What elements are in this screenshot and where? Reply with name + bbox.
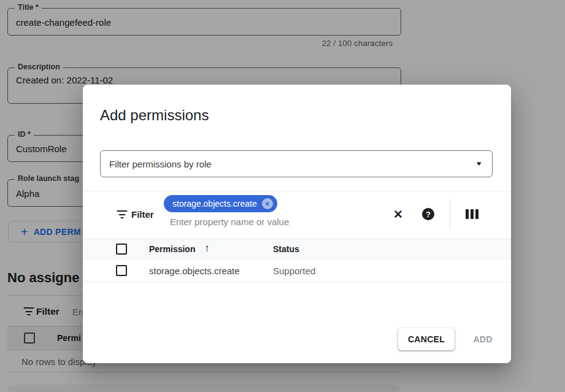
permission-filter-chip-label: storage.objects.create <box>172 199 257 209</box>
row-permission-cell: storage.objects.create <box>149 266 240 276</box>
dialog-title: Add permissions <box>100 107 209 124</box>
clear-filter-icon[interactable]: ✕ <box>391 207 405 221</box>
column-display-options-icon[interactable] <box>466 209 479 219</box>
filter-permissions-by-role-select[interactable]: Filter permissions by role ▼ <box>100 150 493 177</box>
permission-filter-chip[interactable]: storage.objects.create ✕ <box>164 195 277 212</box>
sort-ascending-icon[interactable]: ↑ <box>204 242 210 255</box>
add-permissions-dialog: Add permissions Filter permissions by ro… <box>83 85 511 363</box>
role-select-placeholder: Filter permissions by role <box>109 159 212 169</box>
divider <box>450 199 450 229</box>
filter-property-input[interactable] <box>169 216 374 228</box>
permission-column-header[interactable]: Permission <box>149 244 195 254</box>
help-icon[interactable]: ? <box>422 208 434 220</box>
row-status-cell: Supported <box>273 266 315 276</box>
cancel-button[interactable]: CANCEL <box>398 328 455 350</box>
select-all-checkbox[interactable] <box>116 244 127 255</box>
status-column-header[interactable]: Status <box>273 244 299 254</box>
dialog-filter-label[interactable]: Filter <box>131 209 154 220</box>
divider <box>83 282 511 282</box>
divider <box>83 191 511 191</box>
chip-remove-icon[interactable]: ✕ <box>262 198 273 209</box>
add-button[interactable]: ADD <box>467 328 499 350</box>
filter-icon <box>117 210 128 219</box>
chevron-down-icon: ▼ <box>475 160 483 167</box>
row-checkbox[interactable] <box>116 265 127 276</box>
create-role-page: Title * create-changefeed-role 22 / 100 … <box>0 0 565 392</box>
